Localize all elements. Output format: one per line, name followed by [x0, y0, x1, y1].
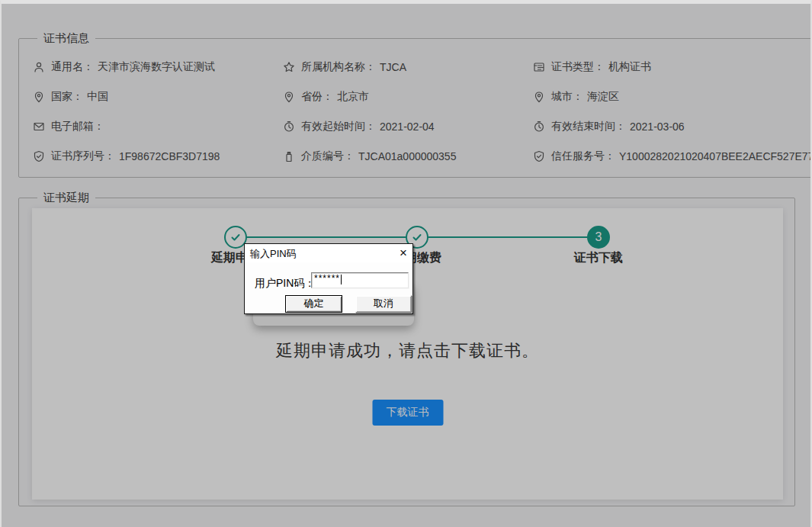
text-caret [341, 275, 342, 284]
pin-dialog-title-bar: 输入PIN码 × [245, 244, 412, 262]
certificate-page: 证书信息 通用名： 天津市滨海数字认证测试 所属机构名称： TJCA 证书类型：… [0, 0, 812, 527]
pin-input[interactable]: ****** [311, 272, 409, 288]
close-icon[interactable]: × [400, 245, 407, 262]
ok-button[interactable]: 确定 [285, 295, 342, 313]
pin-field-label: 用户PIN码： [255, 277, 315, 291]
pin-dialog-title: 输入PIN码 [250, 247, 297, 261]
pin-input-value: ****** [314, 275, 340, 282]
pin-dialog: 输入PIN码 × 用户PIN码： ****** 确定 取消 [244, 243, 413, 314]
cancel-button[interactable]: 取消 [355, 295, 412, 313]
